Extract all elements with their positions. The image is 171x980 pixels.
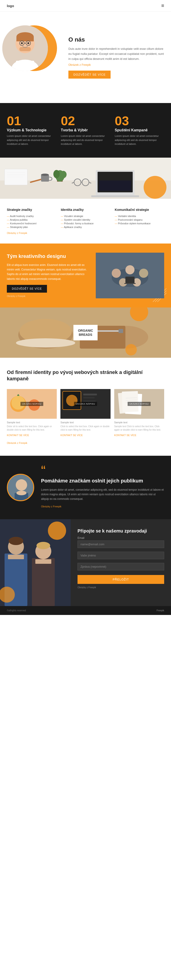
sample-2-badge: UKÁZKA NÁPISU [74, 402, 97, 406]
card-strategy-item-3: Konkurenční hodnocení [7, 221, 56, 225]
sample-2: UKÁZKA NÁPISU Sample text Click to selec… [60, 389, 110, 437]
name-input[interactable] [78, 552, 164, 559]
card-strategy-link: Obrázky z Freepik [7, 232, 56, 234]
creative-team-image [96, 253, 164, 298]
brand-title: Pomáháme značkám oslnit jejich publikum [41, 478, 164, 484]
svg-rect-4 [16, 37, 34, 41]
sample-1-badge: UKÁZKA NÁPISU [20, 402, 43, 406]
message-input[interactable] [78, 563, 164, 570]
creative-freepik-link[interactable]: Obrázky z Freepik [7, 295, 25, 298]
email-label: Email [78, 536, 164, 539]
card-identity-list: Vizuální strategie Systém vizuální ident… [61, 214, 110, 229]
svg-rect-5 [19, 47, 31, 51]
step-1-number: 01 [7, 115, 56, 127]
svg-point-50 [16, 338, 75, 347]
svg-point-19 [41, 173, 49, 176]
newsletter-title: Připojte se k našemu zpravodaji [78, 528, 164, 534]
step-3: 03 Spuštění Kampaně Lorem ipsum dolor si… [115, 115, 164, 146]
creative-text: Elit ut aliqua irure exercice anim. Eius… [7, 263, 89, 282]
newsletter-submit-button[interactable]: PŘELOŽIT [78, 575, 164, 584]
footer-link[interactable]: Freepik [157, 609, 164, 612]
sample-1-label: Sample text [7, 421, 57, 424]
card-identity-item-1: Vizuální strategie [61, 214, 110, 218]
about-title: O nás [68, 36, 164, 43]
sample-2-image: UKÁZKA NÁPISU [60, 389, 110, 419]
bigimg-label-line2: BREADS [78, 332, 93, 337]
brand-freepik-link[interactable]: Obrázky z Freepik [41, 505, 61, 508]
card-identity-item-2: Systém vizuální identity [61, 218, 110, 221]
card-brand-strategy: Strategie značky Audit hodnoty značky An… [7, 208, 56, 234]
svg-point-74 [16, 491, 27, 495]
about-freepik-link[interactable]: Obrázek z Freepik [68, 63, 91, 67]
sample-3-label: Sample text [114, 421, 164, 424]
svg-rect-27 [99, 180, 131, 191]
about-content: O nás Duis aute irure dolor in reprehend… [64, 36, 164, 79]
sample-1-image: UKÁZKA NÁPISU [7, 389, 57, 419]
about-image-wrap [0, 23, 64, 92]
brand-avatar [7, 474, 34, 501]
about-section: O nás Duis aute irure dolor in reprehend… [0, 12, 171, 103]
svg-point-82 [36, 542, 50, 549]
identity-title: Od firemní identity po vývoj webových st… [7, 369, 164, 382]
sample-1-text: Dolor sit to select the text box. Click … [7, 425, 57, 431]
newsletter-form-wrap: Připojte se k našemu zpravodaji Email PŘ… [68, 519, 171, 598]
svg-point-28 [144, 176, 166, 199]
creative-link: Obrázky z Freepik [7, 295, 89, 298]
svg-rect-62 [83, 397, 95, 398]
bigimg-circle-2 [125, 344, 137, 355]
svg-rect-78 [8, 555, 24, 559]
step-3-title: Spuštění Kampaně [115, 128, 164, 132]
sample-2-link[interactable]: kontakt se více [60, 434, 82, 436]
newsletter-bg [0, 519, 71, 606]
brand-quote-icon: “ [41, 467, 164, 474]
sample-1-link[interactable]: kontakt se více [7, 434, 29, 436]
newsletter-section: Připojte se k našemu zpravodaji Email PŘ… [0, 519, 171, 606]
identity-section: Od firemní identity po vývoj webových st… [0, 358, 171, 456]
svg-point-39 [112, 269, 121, 278]
about-cta-button[interactable]: DOZVĚDĚT SE VÍCE [68, 71, 111, 79]
svg-rect-61 [83, 394, 97, 395]
newsletter-freepik-link[interactable]: Obrázky z Freepik [78, 586, 96, 589]
nav-menu: ≡ [161, 3, 164, 9]
nav-hamburger[interactable]: ≡ [161, 3, 164, 9]
card-identity-item-4: Aplikace značky [61, 225, 110, 229]
svg-point-72 [16, 479, 27, 491]
brand-text: Lorem ipsum dolor sit amet, consectetur … [41, 487, 164, 501]
creative-cta-button[interactable]: DOZVĚDĚT SE VÍCE [7, 285, 47, 293]
step-3-text: Lorem ipsum dolor sit amet consectetur a… [115, 134, 164, 146]
step-1-title: Výzkum & Technologie [7, 128, 56, 132]
about-image-link: Obrázek z Freepik [68, 63, 164, 67]
svg-rect-11 [16, 61, 34, 71]
steps-section: 01 Výzkum & Technologie Lorem ipsum dolo… [0, 103, 171, 158]
step-1-text: Lorem ipsum dolor sit amet consectetur a… [7, 134, 56, 146]
creative-content: Tým kreativního designu Elit ut aliqua i… [7, 253, 89, 298]
card-comm-item-3: Průvodce stylem komunikace [115, 221, 164, 225]
card-comm-list: Verbální identita Poziconování sloganu P… [115, 214, 164, 225]
card-strategy-list: Audit hodnoty značky Analýza publika Kon… [7, 214, 56, 229]
newsletter-footer-link: Obrázky z Freepik [78, 586, 164, 589]
card-strategy-freepik-link[interactable]: Obrázky z Freepik [7, 232, 27, 234]
step-2-title: Tvorba & Výběr [61, 128, 110, 132]
footer: ©allrights reserved Freepik [0, 606, 171, 615]
step-3-number: 03 [115, 115, 164, 127]
svg-rect-26 [91, 195, 139, 197]
step-2-text: Lorem ipsum dolor sit amet consectetur a… [61, 134, 110, 146]
identity-freepik-link[interactable]: Obrázek z Freepik [7, 442, 27, 444]
svg-point-79 [9, 537, 23, 545]
sample-3: UKÁZKA NÁPISU Sample text Sample text Cl… [114, 389, 164, 437]
svg-point-9 [21, 42, 23, 44]
svg-point-10 [27, 42, 29, 44]
card-identity-title: Identita značky [61, 208, 110, 212]
sample-2-label: Sample text [60, 421, 110, 424]
svg-rect-44 [125, 277, 135, 283]
bigimg-label: ORGANIC BREADS [73, 325, 98, 340]
brand-content: “ Pomáháme značkám oslnit jejich publiku… [41, 467, 164, 508]
sample-3-text: Sample text Click to select the text box… [114, 425, 164, 431]
svg-point-40 [125, 265, 135, 274]
email-input[interactable] [78, 541, 164, 548]
bigimg-section: ORGANIC BREADS [0, 307, 171, 358]
card-strategy-title: Strategie značky [7, 208, 56, 212]
card-strategy-item-4: Strategický plán [7, 225, 56, 229]
sample-3-link[interactable]: kontakt se více [114, 434, 136, 436]
bigimg-label-line1: ORGANIC [78, 328, 93, 332]
